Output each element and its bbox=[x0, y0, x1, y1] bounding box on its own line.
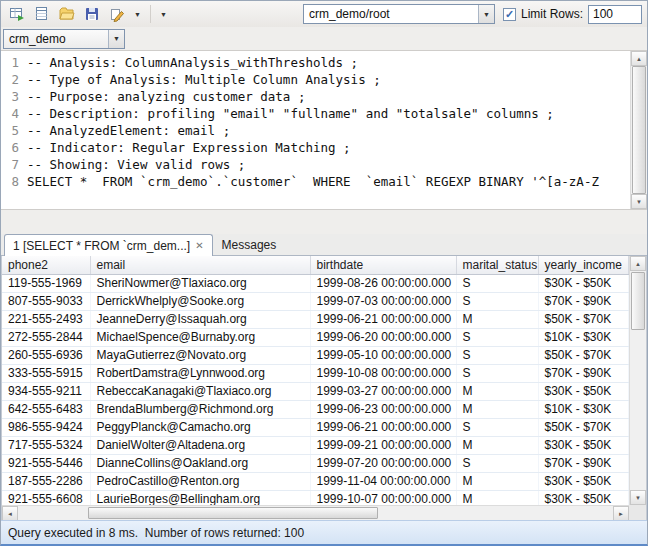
results-vertical-scrollbar[interactable]: ▲ ▼ bbox=[629, 256, 646, 505]
table-cell[interactable]: 1999-11-04 00:00:00.000 bbox=[310, 472, 456, 490]
table-cell[interactable]: S bbox=[456, 274, 538, 292]
table-cell[interactable]: 1999-06-20 00:00:00.000 bbox=[310, 328, 456, 346]
table-cell[interactable]: 1999-10-08 00:00:00.000 bbox=[310, 364, 456, 382]
run-options-dropdown[interactable]: ▼ bbox=[131, 11, 144, 18]
table-cell[interactable]: RobertDamstra@Lynnwood.org bbox=[90, 364, 310, 382]
table-cell[interactable]: $30K - $50K bbox=[538, 436, 629, 454]
table-cell[interactable]: $70K - $90K bbox=[538, 454, 629, 472]
table-cell[interactable]: $10K - $30K bbox=[538, 400, 629, 418]
table-cell[interactable]: $50K - $70K bbox=[538, 310, 629, 328]
column-header-yearly-income[interactable]: yearly_income bbox=[538, 256, 629, 274]
table-cell[interactable]: DanielWolter@Altadena.org bbox=[90, 436, 310, 454]
connection-combo[interactable]: crm_demo/root ▼ bbox=[303, 4, 495, 24]
table-cell[interactable]: S bbox=[456, 292, 538, 310]
table-cell[interactable]: M bbox=[456, 436, 538, 454]
table-row[interactable]: 221-555-2493JeanneDerry@Issaquah.org1999… bbox=[2, 310, 629, 328]
table-cell[interactable]: $10K - $30K bbox=[538, 328, 629, 346]
splitter-handle[interactable] bbox=[1, 210, 647, 234]
limit-rows-checkbox[interactable]: ✓ bbox=[503, 8, 516, 21]
results-scroll-thumb[interactable] bbox=[631, 272, 645, 330]
table-cell[interactable]: DianneCollins@Oakland.org bbox=[90, 454, 310, 472]
table-cell[interactable]: M bbox=[456, 382, 538, 400]
column-header-marital-status[interactable]: marital_status bbox=[456, 256, 538, 274]
table-cell[interactable]: 934-555-9211 bbox=[2, 382, 90, 400]
table-row[interactable]: 260-555-6936MayaGutierrez@Novato.org1999… bbox=[2, 346, 629, 364]
close-icon[interactable]: ✕ bbox=[195, 241, 203, 251]
table-cell[interactable]: 921-555-5446 bbox=[2, 454, 90, 472]
table-cell[interactable]: 1999-06-23 00:00:00.000 bbox=[310, 400, 456, 418]
open-file-button[interactable] bbox=[56, 3, 78, 25]
export-file-button[interactable] bbox=[31, 3, 53, 25]
table-cell[interactable]: DerrickWhelply@Sooke.org bbox=[90, 292, 310, 310]
table-cell[interactable]: MayaGutierrez@Novato.org bbox=[90, 346, 310, 364]
table-cell[interactable]: 1999-07-03 00:00:00.000 bbox=[310, 292, 456, 310]
export-results-button[interactable] bbox=[6, 3, 28, 25]
table-cell[interactable]: 1999-05-10 00:00:00.000 bbox=[310, 346, 456, 364]
schema-combo[interactable]: crm_demo ▼ bbox=[3, 29, 125, 49]
table-cell[interactable]: 807-555-9033 bbox=[2, 292, 90, 310]
table-row[interactable]: 333-555-5915RobertDamstra@Lynnwood.org19… bbox=[2, 364, 629, 382]
table-cell[interactable]: JeanneDerry@Issaquah.org bbox=[90, 310, 310, 328]
table-cell[interactable]: 1999-09-21 00:00:00.000 bbox=[310, 436, 456, 454]
table-cell[interactable]: PeggyPlanck@Camacho.org bbox=[90, 418, 310, 436]
table-cell[interactable]: 333-555-5915 bbox=[2, 364, 90, 382]
hscroll-track[interactable] bbox=[18, 506, 613, 520]
table-cell[interactable]: S bbox=[456, 328, 538, 346]
table-cell[interactable]: $50K - $70K bbox=[538, 346, 629, 364]
tab-result-1[interactable]: 1 [SELECT * FROM `crm_dem...] ✕ bbox=[4, 234, 213, 256]
table-cell[interactable]: 1999-03-27 00:00:00.000 bbox=[310, 382, 456, 400]
table-cell[interactable]: M bbox=[456, 310, 538, 328]
table-row[interactable]: 187-555-2286PedroCastillo@Renton.org1999… bbox=[2, 472, 629, 490]
edit-button[interactable] bbox=[106, 3, 128, 25]
table-cell[interactable]: $50K - $70K bbox=[538, 418, 629, 436]
table-cell[interactable]: BrendaBlumberg@Richmond.org bbox=[90, 400, 310, 418]
table-cell[interactable]: 1999-08-26 00:00:00.000 bbox=[310, 274, 456, 292]
table-cell[interactable]: 1999-10-07 00:00:00.000 bbox=[310, 490, 456, 505]
limit-rows-input[interactable] bbox=[588, 5, 642, 24]
table-cell[interactable]: PedroCastillo@Renton.org bbox=[90, 472, 310, 490]
scroll-left-icon[interactable]: ◄ bbox=[2, 506, 18, 520]
table-cell[interactable]: 221-555-2493 bbox=[2, 310, 90, 328]
table-cell[interactable]: M bbox=[456, 490, 538, 505]
editor-scroll-thumb[interactable] bbox=[632, 66, 646, 194]
table-cell[interactable]: S bbox=[456, 364, 538, 382]
table-row[interactable]: 921-555-5446DianneCollins@Oakland.org199… bbox=[2, 454, 629, 472]
table-cell[interactable]: $70K - $90K bbox=[538, 292, 629, 310]
table-cell[interactable]: $70K - $90K bbox=[538, 364, 629, 382]
table-cell[interactable]: 1999-06-21 00:00:00.000 bbox=[310, 310, 456, 328]
save-button[interactable] bbox=[81, 3, 103, 25]
column-header-birthdate[interactable]: birthdate bbox=[310, 256, 456, 274]
editor-scroll-track[interactable] bbox=[631, 66, 647, 194]
table-cell[interactable]: 986-555-9424 bbox=[2, 418, 90, 436]
table-cell[interactable]: 272-555-2844 bbox=[2, 328, 90, 346]
scroll-up-icon[interactable]: ▲ bbox=[631, 51, 647, 66]
scroll-down-icon[interactable]: ▼ bbox=[630, 490, 646, 505]
table-cell[interactable]: $30K - $50K bbox=[538, 490, 629, 505]
table-cell[interactable]: S bbox=[456, 346, 538, 364]
table-cell[interactable]: MichaelSpence@Burnaby.org bbox=[90, 328, 310, 346]
table-cell[interactable]: SheriNowmer@Tlaxiaco.org bbox=[90, 274, 310, 292]
table-cell[interactable]: LaurieBorges@Bellingham.org bbox=[90, 490, 310, 505]
results-scroll-track[interactable] bbox=[630, 271, 646, 490]
column-header-email[interactable]: email bbox=[90, 256, 310, 274]
table-cell[interactable]: 642-555-6483 bbox=[2, 400, 90, 418]
table-cell[interactable]: 260-555-6936 bbox=[2, 346, 90, 364]
table-cell[interactable]: $30K - $50K bbox=[538, 382, 629, 400]
table-cell[interactable]: 717-555-5324 bbox=[2, 436, 90, 454]
table-row[interactable]: 717-555-5324DanielWolter@Altadena.org199… bbox=[2, 436, 629, 454]
tab-messages[interactable]: Messages bbox=[213, 234, 286, 255]
sql-editor[interactable]: 1-- Analysis: ColumnAnalysis_withThresho… bbox=[1, 50, 647, 210]
table-cell[interactable]: 119-555-1969 bbox=[2, 274, 90, 292]
results-horizontal-scrollbar[interactable]: ◄ ► bbox=[2, 505, 629, 520]
table-row[interactable]: 272-555-2844MichaelSpence@Burnaby.org199… bbox=[2, 328, 629, 346]
table-cell[interactable]: $30K - $50K bbox=[538, 274, 629, 292]
scroll-down-icon[interactable]: ▼ bbox=[631, 194, 647, 209]
table-cell[interactable]: S bbox=[456, 454, 538, 472]
hscroll-thumb[interactable] bbox=[88, 507, 378, 519]
table-cell[interactable]: M bbox=[456, 400, 538, 418]
scroll-up-icon[interactable]: ▲ bbox=[630, 256, 646, 271]
table-row[interactable]: 642-555-6483BrendaBlumberg@Richmond.org1… bbox=[2, 400, 629, 418]
table-cell[interactable]: S bbox=[456, 418, 538, 436]
table-cell[interactable]: M bbox=[456, 472, 538, 490]
table-cell[interactable]: 1999-06-21 00:00:00.000 bbox=[310, 418, 456, 436]
